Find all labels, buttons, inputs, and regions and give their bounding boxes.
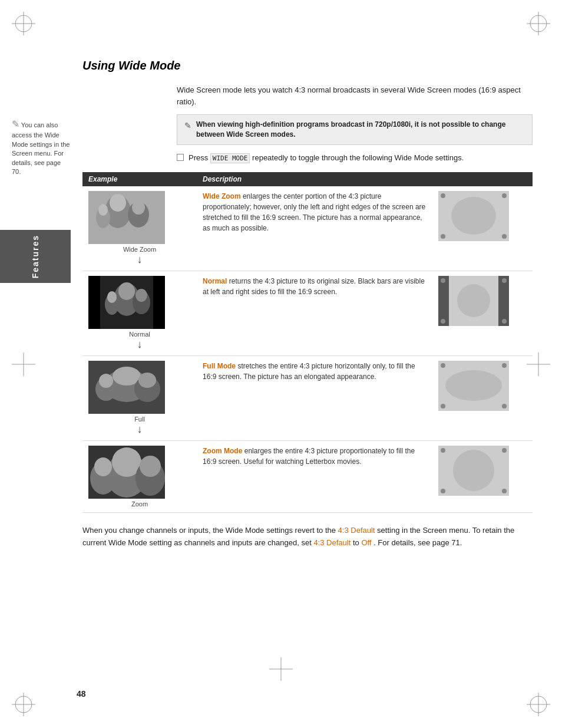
corner-bl — [12, 693, 35, 716]
svg-point-43 — [441, 278, 445, 283]
sidebar-features: Features — [0, 230, 71, 283]
example-cell-normal: Normal ↓ — [82, 271, 197, 356]
svg-point-68 — [94, 457, 112, 476]
page-number: 48 — [77, 689, 86, 699]
crosshair-mid-bottom — [269, 657, 293, 681]
image-normal — [88, 276, 165, 329]
svg-point-28 — [441, 234, 445, 239]
sidebar-note-box: ✎ You can also access the Wide Mode sett… — [12, 118, 71, 176]
image-full — [88, 361, 165, 414]
svg-point-60 — [502, 404, 507, 409]
sidebar-label: Features — [31, 235, 40, 278]
svg-point-37 — [135, 289, 147, 302]
desc-cell-normal: Normal returns the 4:3 picture to its or… — [197, 271, 432, 356]
svg-point-29 — [502, 234, 507, 239]
press-instruction: Press WIDE MODE repeatedly to toggle thr… — [177, 152, 533, 164]
table-row: Normal ↓ Normal returns the 4:3 picture … — [82, 271, 533, 356]
visual-normal — [438, 276, 509, 326]
corner-br — [527, 693, 550, 716]
page-container: Features ✎ You can also access the Wide … — [0, 0, 562, 728]
arrow-normal: ↓ — [88, 339, 191, 350]
col-example: Example — [82, 172, 197, 186]
corner-tr — [527, 12, 550, 35]
svg-point-52 — [138, 373, 156, 388]
desc-text-full: Full Mode stretches the entire 4:3 pictu… — [203, 361, 427, 382]
svg-point-66 — [140, 456, 161, 477]
arrow-wide-zoom: ↓ — [88, 254, 191, 265]
img-label-wide-zoom: Wide Zoom — [88, 246, 191, 253]
crosshair-mid-left — [12, 353, 35, 376]
svg-point-71 — [502, 448, 507, 453]
main-description: Wide Screen mode lets you watch 4:3 norm… — [177, 84, 533, 107]
visual-cell-wide-zoom — [432, 186, 533, 271]
svg-point-44 — [502, 278, 507, 283]
wide-mode-button-label: WIDE MODE — [210, 153, 250, 163]
warning-text: When viewing high-definition programs br… — [196, 120, 525, 140]
img-label-zoom: Zoom — [88, 500, 191, 508]
desc-cell-full: Full Mode stretches the entire 4:3 pictu… — [197, 356, 432, 441]
desc-text-zoom: Zoom Mode enlarges the entire 4:3 pictur… — [203, 446, 427, 467]
svg-rect-42 — [498, 276, 509, 326]
corner-tl — [12, 12, 35, 35]
desc-text-wide-zoom: Wide Zoom enlarges the center portion of… — [203, 191, 427, 233]
visual-wide-zoom — [438, 191, 509, 241]
visual-zoom — [438, 446, 509, 496]
mode-name-zoom: Zoom Mode — [203, 447, 242, 455]
table-row: Zoom Zoom Mode enlarges the entire 4:3 p… — [82, 441, 533, 513]
checkbox-icon — [177, 154, 184, 161]
example-cell-zoom: Zoom — [82, 441, 197, 513]
visual-cell-normal — [432, 271, 533, 356]
svg-point-54 — [99, 374, 113, 388]
svg-point-35 — [118, 282, 135, 300]
bottom-note: When you change channels or inputs, the … — [82, 525, 533, 549]
press-instruction-text: Press WIDE MODE repeatedly to toggle thr… — [189, 152, 464, 164]
svg-point-22 — [132, 200, 145, 215]
img-label-full: Full — [88, 416, 191, 423]
arrow-full: ↓ — [88, 424, 191, 434]
mode-name-normal: Normal — [203, 277, 227, 285]
svg-point-26 — [441, 193, 445, 198]
svg-point-46 — [502, 319, 507, 324]
note-icon: ✎ — [12, 119, 19, 129]
img-label-normal: Normal — [88, 331, 191, 338]
svg-point-58 — [502, 363, 507, 368]
table-row: Wide Zoom ↓ Wide Zoom enlarges the cente… — [82, 186, 533, 271]
svg-point-61 — [445, 370, 502, 401]
svg-point-20 — [110, 194, 126, 212]
sidebar-note-text: You can also access the Wide Mode settin… — [12, 121, 70, 175]
table-header-row: Example Description — [82, 172, 533, 186]
svg-point-59 — [441, 404, 445, 409]
svg-point-39 — [107, 291, 117, 303]
warning-icon: ✎ — [184, 120, 191, 132]
page-title: Using Wide Mode — [82, 59, 533, 73]
main-content: Using Wide Mode Wide Screen mode lets yo… — [71, 59, 544, 549]
highlight-off: Off — [361, 538, 371, 547]
warning-box: ✎ When viewing high-definition programs … — [177, 114, 533, 145]
mode-table: Example Description — [82, 172, 533, 513]
svg-point-70 — [441, 448, 445, 453]
svg-point-73 — [502, 489, 507, 493]
image-zoom — [88, 446, 165, 499]
svg-point-30 — [451, 197, 496, 235]
svg-point-57 — [441, 363, 445, 368]
desc-cell-zoom: Zoom Mode enlarges the entire 4:3 pictur… — [197, 441, 432, 513]
svg-point-72 — [441, 489, 445, 493]
svg-rect-33 — [153, 276, 165, 329]
visual-full — [438, 361, 509, 411]
image-wide-zoom — [88, 191, 165, 244]
svg-rect-32 — [88, 276, 100, 329]
svg-point-74 — [453, 450, 494, 491]
svg-point-24 — [98, 204, 108, 216]
svg-point-27 — [502, 193, 507, 198]
mode-name-full: Full Mode — [203, 362, 236, 370]
visual-cell-full — [432, 356, 533, 441]
mode-name-wide-zoom: Wide Zoom — [203, 192, 241, 200]
col-description: Description — [197, 172, 432, 186]
svg-point-47 — [457, 284, 490, 317]
svg-rect-41 — [438, 276, 449, 326]
desc-text-normal: Normal returns the 4:3 picture to its or… — [203, 276, 427, 297]
col-visual — [432, 172, 533, 186]
desc-cell-wide-zoom: Wide Zoom enlarges the center portion of… — [197, 186, 432, 271]
example-cell-full: Full ↓ — [82, 356, 197, 441]
svg-point-45 — [441, 319, 445, 324]
